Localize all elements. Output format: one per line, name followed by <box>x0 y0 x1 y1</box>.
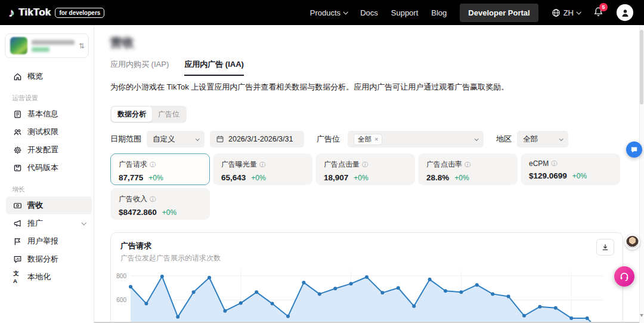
tab-iap[interactable]: 应用内购买 (IAP) <box>110 59 169 76</box>
app-name-blur <box>32 40 75 45</box>
flag-icon <box>13 237 22 246</box>
chevron-down-icon <box>475 137 479 141</box>
sidebar-item-promotion[interactable]: 推广 <box>0 214 94 232</box>
developer-portal-screen: ♪ TikTok for developers Products Docs Su… <box>0 0 644 323</box>
remove-tag-icon[interactable]: × <box>374 136 378 143</box>
placement-tag: 全部 × <box>354 134 382 145</box>
metric-value: $8472.860 <box>119 208 157 217</box>
date-range-select[interactable]: 自定义 <box>147 131 205 147</box>
info-icon: ⓘ <box>551 161 557 167</box>
page-scrollbar[interactable] <box>639 25 644 323</box>
sidebar-item-dev-config[interactable]: 开发配置 <box>0 141 94 159</box>
region-select[interactable]: 全部 <box>517 131 568 147</box>
sidebar-item-label: 开发配置 <box>27 144 58 155</box>
filter-bar: 日期范围 自定义 2026/3/1-2026/3/31 广告位 全部 <box>110 131 644 147</box>
date-picker-value: 2026/3/1-2026/3/31 <box>228 135 293 143</box>
sidebar-section-growth: 增长 <box>0 177 94 196</box>
segment-placement[interactable]: 广告位 <box>152 107 185 122</box>
support-widget-button[interactable] <box>614 266 634 287</box>
developer-portal-button[interactable]: Developer Portal <box>460 4 538 22</box>
metric-value: 87,775 <box>119 173 143 182</box>
chat-widget-button[interactable] <box>626 141 642 158</box>
nav-products-label: Products <box>310 8 340 17</box>
nav-products[interactable]: Products <box>310 8 347 17</box>
metric-card-ad-impressions[interactable]: 广告曝光量ⓘ 65,643+0% <box>213 153 312 185</box>
date-picker[interactable]: 2026/3/1-2026/3/31 <box>210 131 304 147</box>
sidebar-item-label: 概览 <box>27 71 43 82</box>
chart-title: 广告请求 <box>120 241 613 251</box>
language-code: ZH <box>564 8 574 17</box>
tab-iaa[interactable]: 应用内广告 (IAA) <box>184 59 244 76</box>
sidebar-item-revenue[interactable]: 营收 <box>6 196 92 214</box>
notifications-button[interactable]: 5 <box>593 7 603 19</box>
for-developers-badge: for developers <box>55 8 104 18</box>
sidebar-item-localization[interactable]: 文A 本地化 <box>0 268 94 286</box>
user-avatar[interactable] <box>617 4 633 21</box>
gear-icon <box>13 146 22 155</box>
metric-card-ad-revenue[interactable]: 广告收入ⓘ $8472.860+0% <box>110 188 210 220</box>
notification-count-badge: 5 <box>599 3 608 11</box>
segment-analytics[interactable]: 数据分析 <box>112 107 152 122</box>
person-icon <box>620 8 630 18</box>
sidebar-item-user-reports[interactable]: 用户举报 <box>0 232 94 250</box>
nav-blog[interactable]: Blog <box>431 8 447 17</box>
page-description: 为你的小游戏在 TikTok 上设置应用内广告并查看相关数据与数据分析。应用内广… <box>110 82 644 93</box>
chat-bubble-icon <box>630 145 639 154</box>
package-icon <box>13 164 22 173</box>
metric-delta: +0% <box>572 172 587 180</box>
metric-label: 广告点击量 <box>324 159 360 170</box>
nav-docs[interactable]: Docs <box>360 8 378 17</box>
sidebar-item-label: 本地化 <box>27 272 51 282</box>
chevron-down-icon <box>559 137 564 141</box>
chevron-down-icon <box>196 137 200 141</box>
tiktok-logo[interactable]: ♪ TikTok for developers <box>8 6 104 20</box>
sidebar-item-test-permissions[interactable]: 测试权限 <box>0 123 94 141</box>
sidebar-item-code-version[interactable]: 代码版本 <box>0 159 94 177</box>
placement-tag-label: 全部 <box>358 135 371 144</box>
metric-label: 广告点击率 <box>426 159 462 170</box>
sidebar-item-label: 推广 <box>27 218 43 229</box>
download-chart-button[interactable] <box>596 239 614 256</box>
brand-wordmark: TikTok <box>18 7 51 19</box>
page-title: 营收 <box>110 35 134 51</box>
sidebar-item-label: 测试权限 <box>27 127 58 137</box>
chart-subtitle: 广告位发起广告展示的请求次数 <box>120 253 613 263</box>
metric-card-ad-requests[interactable]: 广告请求ⓘ 87,775+0% <box>110 153 210 185</box>
metric-delta: +0% <box>354 174 368 182</box>
metric-value: 28.8% <box>426 173 449 182</box>
scrollbar-down-arrow[interactable] <box>640 314 643 317</box>
metric-card-ecpm[interactable]: eCPMⓘ $129.0699+0% <box>521 153 620 185</box>
info-icon: ⓘ <box>150 162 156 168</box>
metric-card-ad-clicks[interactable]: 广告点击量ⓘ 18,907+0% <box>315 153 415 185</box>
placement-label: 广告位 <box>317 134 340 144</box>
info-icon: ⓘ <box>150 196 156 202</box>
globe-icon <box>552 8 561 17</box>
info-icon: ⓘ <box>465 162 470 168</box>
headset-icon <box>619 271 630 282</box>
info-icon: ⓘ <box>259 162 265 168</box>
calendar-icon <box>216 135 224 143</box>
assistant-avatar[interactable] <box>625 235 640 250</box>
info-icon: ⓘ <box>362 162 368 168</box>
megaphone-icon <box>13 219 22 228</box>
nav-support[interactable]: Support <box>391 8 419 17</box>
sidebar-item-label: 营收 <box>27 200 43 211</box>
sidebar-item-basic-info[interactable]: 基本信息 <box>0 105 94 123</box>
placement-multiselect[interactable]: 全部 × <box>348 131 484 147</box>
metric-label: 广告收入 <box>119 194 147 204</box>
metric-card-ad-ctr[interactable]: 广告点击率ⓘ 28.8%+0% <box>418 153 518 185</box>
app-switcher-card[interactable]: ⇅ <box>5 33 89 58</box>
sidebar-item-label: 用户举报 <box>27 236 58 247</box>
sidebar-item-label: 代码版本 <box>27 162 58 173</box>
language-selector[interactable]: ZH <box>552 8 580 17</box>
sidebar-item-overview[interactable]: 概览 <box>0 67 94 85</box>
ad-requests-chart-card: 广告请求 广告位发起广告展示的请求次数 800600400 <box>110 232 623 323</box>
top-nav: ♪ TikTok for developers Products Docs Su… <box>0 0 644 25</box>
sidebar: ⇅ 概览 运营设置 基本信息 测试权限 <box>0 25 94 323</box>
scrollbar-thumb[interactable] <box>640 30 643 104</box>
tiktok-note-icon: ♪ <box>8 6 14 20</box>
metric-value: $129.0699 <box>529 171 567 180</box>
home-icon <box>13 72 22 81</box>
sidebar-item-analytics[interactable]: 数据分析 <box>0 250 94 268</box>
ad-requests-line-chart[interactable]: 800600400 <box>111 266 623 323</box>
